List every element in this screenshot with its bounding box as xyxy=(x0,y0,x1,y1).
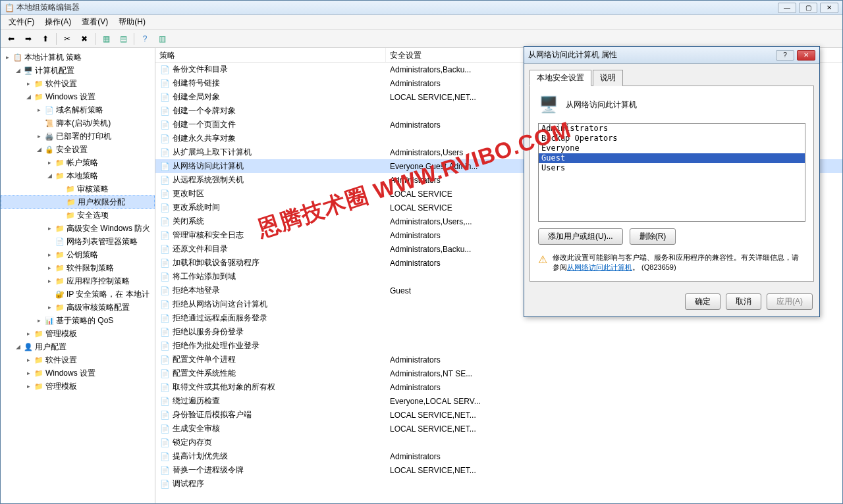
tree-item-local_policies[interactable]: ◢📁本地策略 xyxy=(1,169,155,182)
menu-action[interactable]: 操作(A) xyxy=(40,15,76,29)
policy-icon: 📄 xyxy=(159,382,170,393)
expand-icon[interactable]: ▸ xyxy=(35,133,43,139)
expand-icon[interactable]: ▸ xyxy=(24,383,32,390)
cancel-button[interactable]: 取消 xyxy=(726,293,761,310)
policy-row[interactable]: 📄拒绝以服务身份登录 xyxy=(155,325,842,339)
user-list-item[interactable]: Backup Operators xyxy=(539,134,805,143)
tree-item-network_list[interactable]: 📄网络列表管理器策略 xyxy=(1,235,155,248)
tree-item-user_rights[interactable]: 📁用户权限分配 xyxy=(1,195,155,209)
tree-item-scripts[interactable]: 📜脚本(启动/关机) xyxy=(1,116,155,130)
tree-item-windows_settings[interactable]: ◢📁Windows 设置 xyxy=(1,90,155,103)
tree-item-account_policies[interactable]: ▸📁帐户策略 xyxy=(1,156,155,169)
tree-item-dns_policy[interactable]: ▸📄域名解析策略 xyxy=(1,103,155,116)
tree-item-deployed_printers[interactable]: ▸🖨️已部署的打印机 xyxy=(1,130,155,143)
up-button[interactable]: ⬆ xyxy=(38,32,53,46)
col-policy[interactable]: 策略 xyxy=(155,48,386,62)
tree-pane[interactable]: ▸📋本地计算机 策略◢🖥️计算机配置▸📁软件设置◢📁Windows 设置▸📄域名… xyxy=(1,48,155,503)
forward-button[interactable]: ➡ xyxy=(20,32,36,46)
policy-row[interactable]: 📄身份验证后模拟客户端LOCAL SERVICE,NET... xyxy=(155,408,842,422)
user-list-item[interactable]: Everyone xyxy=(539,143,805,153)
policy-row[interactable]: 📄锁定内存页 xyxy=(155,436,842,449)
tree-item-user_windows[interactable]: ▸📁Windows 设置 xyxy=(1,366,155,380)
user-list[interactable]: AdministratorsBackup OperatorsEveryoneGu… xyxy=(538,123,805,222)
expand-icon[interactable]: ▸ xyxy=(24,330,32,337)
export-button[interactable]: ▤ xyxy=(115,32,131,46)
folder-icon: 🔒 xyxy=(44,144,55,155)
policy-name: 创建符号链接 xyxy=(173,78,220,89)
policy-row[interactable]: 📄取得文件或其他对象的所有权Administrators xyxy=(155,380,842,394)
expand-icon[interactable]: ▸ xyxy=(45,251,53,258)
policy-row[interactable]: 📄配置文件系统性能Administrators,NT SE... xyxy=(155,366,842,380)
help-button[interactable]: ? xyxy=(137,32,153,46)
tab-explain[interactable]: 说明 xyxy=(593,70,623,86)
expand-icon[interactable]: ◢ xyxy=(24,93,32,100)
tree-item-software_restrict[interactable]: ▸📁软件限制策略 xyxy=(1,261,155,274)
expand-icon[interactable]: ▸ xyxy=(45,159,53,166)
expand-icon[interactable]: ▸ xyxy=(45,278,53,284)
tree-item-public_key[interactable]: ▸📁公钥策略 xyxy=(1,248,155,261)
expand-icon[interactable]: ▸ xyxy=(45,225,53,232)
expand-icon[interactable]: ▸ xyxy=(45,304,53,311)
policy-row[interactable]: 📄拒绝作为批处理作业登录 xyxy=(155,339,842,353)
expand-icon[interactable]: ▸ xyxy=(35,107,43,113)
policy-icon: 📄 xyxy=(159,424,170,434)
tree-item-ip_security[interactable]: 🔐IP 安全策略，在 本地计 xyxy=(1,288,155,301)
tree-item-user_software[interactable]: ▸📁软件设置 xyxy=(1,353,155,366)
policy-row[interactable]: 📄配置文件单个进程Administrators xyxy=(155,353,842,366)
add-user-button[interactable]: 添加用户或组(U)... xyxy=(538,228,623,245)
tree-item-security_settings[interactable]: ◢🔒安全设置 xyxy=(1,143,155,156)
user-list-item[interactable]: Administrators xyxy=(539,124,805,134)
tree-item-policy_qos[interactable]: ▸📊基于策略的 QoS xyxy=(1,314,155,327)
menu-view[interactable]: 查看(V) xyxy=(76,15,113,29)
user-list-item[interactable]: Guest xyxy=(539,153,805,163)
tree-item-user_admin[interactable]: ▸📁管理模板 xyxy=(1,380,155,393)
dialog-close-button[interactable]: ✕ xyxy=(797,50,815,61)
expand-icon[interactable]: ▸ xyxy=(45,265,53,271)
expand-icon[interactable]: ▸ xyxy=(3,54,11,61)
policy-row[interactable]: 📄生成安全审核LOCAL SERVICE,NET... xyxy=(155,422,842,436)
close-button[interactable]: ✕ xyxy=(820,3,838,13)
back-button[interactable]: ⬅ xyxy=(3,32,19,46)
tree-item-audit_policy[interactable]: 📁审核策略 xyxy=(1,182,155,195)
expand-icon[interactable]: ▸ xyxy=(24,357,32,363)
maximize-button[interactable]: ▢ xyxy=(799,3,817,13)
policy-name: 还原文件和目录 xyxy=(173,243,228,255)
tree-item-app_control[interactable]: ▸📁应用程序控制策略 xyxy=(1,274,155,288)
expand-icon[interactable]: ▸ xyxy=(35,317,43,324)
remove-button[interactable]: 删除(R) xyxy=(630,228,676,245)
tree-item-software_settings[interactable]: ▸📁软件设置 xyxy=(1,77,155,90)
minimize-button[interactable]: — xyxy=(778,3,796,13)
expand-icon[interactable]: ◢ xyxy=(14,343,22,350)
tab-local-security[interactable]: 本地安全设置 xyxy=(530,70,591,86)
expand-icon[interactable]: ◢ xyxy=(14,67,22,74)
delete-button[interactable]: ✖ xyxy=(76,32,92,46)
policy-row[interactable]: 📄提高计划优先级Administrators xyxy=(155,449,842,463)
dialog-help-button[interactable]: ? xyxy=(776,50,794,61)
tree-item-advanced_audit[interactable]: ▸📁高级审核策略配置 xyxy=(1,301,155,314)
warning-link[interactable]: 从网络访问此计算机 xyxy=(567,263,632,271)
list-button[interactable]: ▥ xyxy=(154,32,170,46)
tree-item-admin_templates[interactable]: ▸📁管理模板 xyxy=(1,327,155,340)
expand-icon[interactable]: ◢ xyxy=(45,172,53,179)
tree-item-advanced_windows[interactable]: ▸📁高级安全 Windows 防火 xyxy=(1,222,155,235)
apply-button[interactable]: 应用(A) xyxy=(767,293,813,310)
menu-help[interactable]: 帮助(H) xyxy=(113,15,151,29)
user-list-item[interactable]: Users xyxy=(539,163,805,173)
tree-item-user_config[interactable]: ◢👤用户配置 xyxy=(1,340,155,353)
policy-name: 创建全局对象 xyxy=(173,91,220,103)
menu-file[interactable]: 文件(F) xyxy=(3,15,40,29)
expand-icon[interactable]: ◢ xyxy=(35,146,43,153)
policy-row[interactable]: 📄替换一个进程级令牌LOCAL SERVICE,NET... xyxy=(155,463,842,477)
policy-name: 拒绝本地登录 xyxy=(173,285,220,296)
ok-button[interactable]: 确定 xyxy=(685,293,721,310)
tree-item-root[interactable]: ▸📋本地计算机 策略 xyxy=(1,51,155,64)
cut-button[interactable]: ✂ xyxy=(59,32,75,46)
refresh-button[interactable]: ▦ xyxy=(98,32,114,46)
policy-row[interactable]: 📄绕过遍历检查Everyone,LOCAL SERV... xyxy=(155,394,842,408)
expand-icon[interactable]: ▸ xyxy=(24,80,32,87)
tree-item-computer_config[interactable]: ◢🖥️计算机配置 xyxy=(1,64,155,77)
policy-value: Administrators xyxy=(386,452,842,461)
expand-icon[interactable]: ▸ xyxy=(24,370,32,376)
tree-item-security_options[interactable]: 📁安全选项 xyxy=(1,209,155,222)
policy-row[interactable]: 📄调试程序 xyxy=(155,477,842,491)
